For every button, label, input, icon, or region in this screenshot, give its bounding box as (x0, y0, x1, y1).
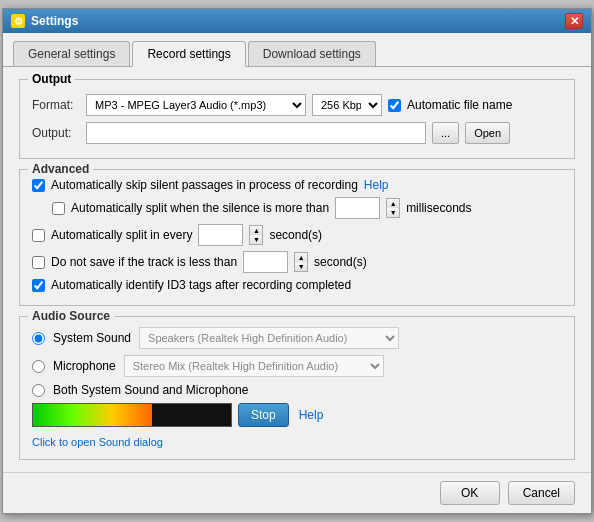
tab-download[interactable]: Download settings (248, 41, 376, 66)
split-silence-value[interactable]: 500 (335, 197, 380, 219)
split-every-value[interactable]: 240 (198, 224, 243, 246)
format-row: Format: MP3 - MPEG Layer3 Audio (*.mp3) … (32, 94, 562, 116)
output-section: Output Format: MP3 - MPEG Layer3 Audio (… (19, 79, 575, 159)
microphone-select[interactable]: Stereo Mix (Realtek High Definition Audi… (124, 355, 384, 377)
split-every-checkbox[interactable] (32, 229, 45, 242)
system-sound-select[interactable]: Speakers (Realtek High Definition Audio) (139, 327, 399, 349)
sound-dialog-row: Click to open Sound dialog (32, 433, 562, 449)
format-label: Format: (32, 98, 80, 112)
both-label: Both System Sound and Microphone (53, 383, 248, 397)
no-save-up[interactable]: ▲ (295, 253, 307, 262)
stop-button[interactable]: Stop (238, 403, 289, 427)
output-path-input[interactable]: C:\Users\psi\Documents\Streaming Audio R… (86, 122, 426, 144)
audio-help-link[interactable]: Help (299, 408, 324, 422)
content-area: Output Format: MP3 - MPEG Layer3 Audio (… (3, 67, 591, 472)
split-every-spinner[interactable]: ▲ ▼ (249, 225, 263, 245)
split-every-label: Automatically split in every (51, 228, 192, 242)
no-save-value[interactable]: 5 (243, 251, 288, 273)
output-label: Output: (32, 126, 80, 140)
tab-general[interactable]: General settings (13, 41, 130, 66)
footer-bar: OK Cancel (3, 472, 591, 513)
split-silence-up[interactable]: ▲ (387, 199, 399, 208)
tab-record[interactable]: Record settings (132, 41, 245, 67)
id3-label: Automatically identify ID3 tags after re… (51, 278, 351, 292)
title-bar: ⚙ Settings ✕ (3, 9, 591, 33)
output-row: Output: C:\Users\psi\Documents\Streaming… (32, 122, 562, 144)
advanced-help-link[interactable]: Help (364, 178, 389, 192)
skip-silent-label: Automatically skip silent passages in pr… (51, 178, 358, 192)
format-select[interactable]: MP3 - MPEG Layer3 Audio (*.mp3) (86, 94, 306, 116)
microphone-label: Microphone (53, 359, 116, 373)
split-every-unit: second(s) (269, 228, 322, 242)
skip-silent-checkbox[interactable] (32, 179, 45, 192)
output-title: Output (28, 72, 75, 86)
no-save-spinner[interactable]: ▲ ▼ (294, 252, 308, 272)
auto-filename-checkbox[interactable] (388, 99, 401, 112)
auto-filename-label: Automatic file name (407, 98, 512, 112)
system-sound-radio[interactable] (32, 332, 45, 345)
output-group: Output Format: MP3 - MPEG Layer3 Audio (… (19, 79, 575, 159)
no-save-label: Do not save if the track is less than (51, 255, 237, 269)
both-row: Both System Sound and Microphone (32, 383, 562, 397)
browse-button[interactable]: ... (432, 122, 459, 144)
settings-icon: ⚙ (11, 14, 25, 28)
split-silence-down[interactable]: ▼ (387, 208, 399, 217)
advanced-group: Advanced Automatically skip silent passa… (19, 169, 575, 306)
audio-source-title: Audio Source (28, 309, 114, 323)
split-silence-spinner[interactable]: ▲ ▼ (386, 198, 400, 218)
cancel-button[interactable]: Cancel (508, 481, 575, 505)
id3-row: Automatically identify ID3 tags after re… (32, 278, 562, 292)
settings-window: ⚙ Settings ✕ General settings Record set… (2, 8, 592, 514)
open-button[interactable]: Open (465, 122, 510, 144)
window-title: Settings (31, 14, 78, 28)
skip-silent-row: Automatically skip silent passages in pr… (32, 178, 562, 192)
advanced-title: Advanced (28, 162, 93, 176)
ok-button[interactable]: OK (440, 481, 500, 505)
split-silence-row: Automatically split when the silence is … (52, 197, 562, 219)
close-button[interactable]: ✕ (565, 13, 583, 29)
split-every-down[interactable]: ▼ (250, 235, 262, 244)
no-save-unit: second(s) (314, 255, 367, 269)
no-save-down[interactable]: ▼ (295, 262, 307, 271)
auto-filename-check: Automatic file name (388, 98, 512, 112)
level-bar (33, 404, 152, 426)
tabs-bar: General settings Record settings Downloa… (3, 33, 591, 67)
system-sound-row: System Sound Speakers (Realtek High Defi… (32, 327, 562, 349)
no-save-row: Do not save if the track is less than 5 … (32, 251, 562, 273)
level-meter (32, 403, 232, 427)
meter-row: Stop Help (32, 403, 562, 427)
id3-checkbox[interactable] (32, 279, 45, 292)
title-bar-left: ⚙ Settings (11, 14, 78, 28)
kbps-select[interactable]: 256 Kbps (312, 94, 382, 116)
split-silence-unit: milliseconds (406, 201, 471, 215)
microphone-row: Microphone Stereo Mix (Realtek High Defi… (32, 355, 562, 377)
split-silence-checkbox[interactable] (52, 202, 65, 215)
no-save-checkbox[interactable] (32, 256, 45, 269)
system-sound-label: System Sound (53, 331, 131, 345)
sound-dialog-link[interactable]: Click to open Sound dialog (32, 436, 163, 448)
both-radio[interactable] (32, 384, 45, 397)
split-silence-label: Automatically split when the silence is … (71, 201, 329, 215)
split-every-up[interactable]: ▲ (250, 226, 262, 235)
audio-source-group: Audio Source System Sound Speakers (Real… (19, 316, 575, 460)
microphone-radio[interactable] (32, 360, 45, 373)
split-every-row: Automatically split in every 240 ▲ ▼ sec… (32, 224, 562, 246)
